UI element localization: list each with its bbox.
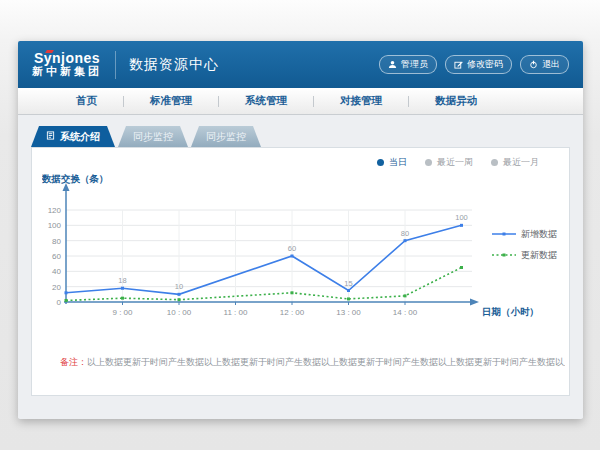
data-point bbox=[178, 298, 181, 301]
x-tick-label: 9 : 00 bbox=[112, 308, 133, 317]
power-icon bbox=[529, 60, 538, 69]
data-point bbox=[291, 291, 294, 294]
user-icon bbox=[388, 60, 397, 69]
x-tick-label: 11 : 00 bbox=[224, 308, 248, 317]
data-point-label: 80 bbox=[401, 229, 409, 238]
data-exchange-line-chart: 0204060801001209 : 0010 : 0011 : 0012 : … bbox=[42, 172, 572, 324]
range-option-label: 当日 bbox=[389, 156, 407, 169]
data-point-label: 60 bbox=[288, 244, 296, 253]
range-option-2[interactable]: 最近一月 bbox=[491, 156, 539, 169]
y-tick-label: 0 bbox=[57, 298, 62, 307]
tab-label: 同步监控 bbox=[206, 126, 246, 147]
user-menu: 管理员修改密码退出 bbox=[379, 55, 569, 74]
range-option-0[interactable]: 当日 bbox=[377, 156, 407, 169]
radio-dot-icon bbox=[425, 159, 432, 166]
nav-item-0[interactable]: 首页 bbox=[50, 94, 123, 108]
tab-bar: 系统介绍同步监控同步监控 bbox=[31, 126, 264, 147]
tab-2[interactable]: 同步监控 bbox=[191, 126, 261, 147]
data-point bbox=[404, 239, 407, 242]
data-point-label: 10 bbox=[175, 282, 183, 291]
page-title: 数据资源中心 bbox=[129, 56, 219, 74]
nav-item-4[interactable]: 数据异动 bbox=[409, 94, 503, 108]
data-point bbox=[65, 291, 68, 294]
y-axis-arrow-icon bbox=[63, 183, 70, 191]
user-menu-label: 管理员 bbox=[401, 58, 428, 71]
content-area: 系统介绍同步监控同步监控 当日最近一周最近一月 0204060801001209… bbox=[18, 115, 583, 418]
y-tick-label: 100 bbox=[48, 221, 62, 230]
range-option-label: 最近一月 bbox=[503, 156, 539, 169]
tab-label: 系统介绍 bbox=[60, 126, 100, 147]
y-tick-label: 120 bbox=[48, 206, 62, 215]
data-point-label: 18 bbox=[118, 276, 126, 285]
screenshot-background: Synjones 新中新集团 数据资源中心 管理员修改密码退出 首页标准管理系统… bbox=[0, 0, 600, 450]
legend-series-label: 更新数据 bbox=[521, 250, 557, 260]
legend-marker bbox=[503, 233, 506, 236]
user-menu-label: 退出 bbox=[542, 58, 560, 71]
data-point bbox=[121, 297, 124, 300]
data-point bbox=[121, 287, 124, 290]
x-axis-arrow-icon bbox=[470, 299, 479, 306]
header-divider bbox=[115, 51, 116, 79]
x-tick-label: 12 : 00 bbox=[280, 308, 305, 317]
nav-item-1[interactable]: 标准管理 bbox=[124, 94, 218, 108]
company-name: 新中新集团 bbox=[32, 65, 102, 78]
user-menu-button-edit[interactable]: 修改密码 bbox=[445, 55, 512, 74]
tab-label: 同步监控 bbox=[133, 126, 173, 147]
radio-dot-icon bbox=[377, 159, 384, 166]
data-point-label: 100 bbox=[455, 213, 468, 222]
user-menu-button-user[interactable]: 管理员 bbox=[379, 55, 437, 74]
y-tick-label: 40 bbox=[52, 267, 61, 276]
app-window: Synjones 新中新集团 数据资源中心 管理员修改密码退出 首页标准管理系统… bbox=[18, 41, 583, 419]
range-option-label: 最近一周 bbox=[437, 156, 473, 169]
footnote: 备注：以上数据更新于时间产生数据以上数据更新于时间产生数据以上数据更新于时间产生… bbox=[60, 356, 565, 369]
footnote-label: 备注： bbox=[60, 357, 87, 367]
tab-0[interactable]: 系统介绍 bbox=[31, 126, 115, 147]
user-menu-button-power[interactable]: 退出 bbox=[520, 55, 569, 74]
chart-panel: 当日最近一周最近一月 0204060801001209 : 0010 : 001… bbox=[31, 147, 570, 396]
data-point bbox=[291, 255, 294, 258]
data-point-label: 15 bbox=[344, 279, 352, 288]
footnote-text: 以上数据更新于时间产生数据以上数据更新于时间产生数据以上数据更新于时间产生数据以… bbox=[87, 357, 565, 367]
chart-container: 0204060801001209 : 0010 : 0011 : 0012 : … bbox=[42, 172, 572, 328]
y-tick-label: 60 bbox=[52, 252, 61, 261]
data-point bbox=[347, 289, 350, 292]
data-point bbox=[404, 294, 407, 297]
x-axis-title: 日期（小时） bbox=[482, 306, 539, 318]
radio-dot-icon bbox=[491, 159, 498, 166]
range-option-1[interactable]: 最近一周 bbox=[425, 156, 473, 169]
y-tick-label: 20 bbox=[52, 283, 61, 292]
nav-item-3[interactable]: 对接管理 bbox=[314, 94, 408, 108]
x-tick-label: 14 : 00 bbox=[393, 308, 418, 317]
data-point bbox=[460, 266, 463, 269]
brand-name: Synjones bbox=[32, 51, 102, 65]
company-logo: Synjones 新中新集团 bbox=[32, 51, 102, 78]
data-point bbox=[65, 299, 68, 302]
tab-1[interactable]: 同步监控 bbox=[118, 126, 188, 147]
legend-series-label: 新增数据 bbox=[521, 229, 557, 239]
y-axis-title: 数据交换（条） bbox=[42, 173, 109, 185]
data-point bbox=[460, 224, 463, 227]
y-tick-label: 80 bbox=[52, 237, 61, 246]
user-menu-label: 修改密码 bbox=[467, 58, 503, 71]
time-range-selector: 当日最近一周最近一月 bbox=[377, 156, 539, 169]
x-tick-label: 13 : 00 bbox=[336, 308, 361, 317]
x-tick-label: 10 : 00 bbox=[167, 308, 192, 317]
main-nav: 首页标准管理系统管理对接管理数据异动 bbox=[18, 88, 583, 115]
app-header: Synjones 新中新集团 数据资源中心 管理员修改密码退出 bbox=[18, 41, 583, 88]
nav-item-2[interactable]: 系统管理 bbox=[219, 94, 313, 108]
edit-icon bbox=[454, 60, 463, 69]
data-point bbox=[347, 297, 350, 300]
legend-marker bbox=[503, 254, 506, 257]
document-icon bbox=[46, 126, 55, 147]
data-point bbox=[178, 293, 181, 296]
